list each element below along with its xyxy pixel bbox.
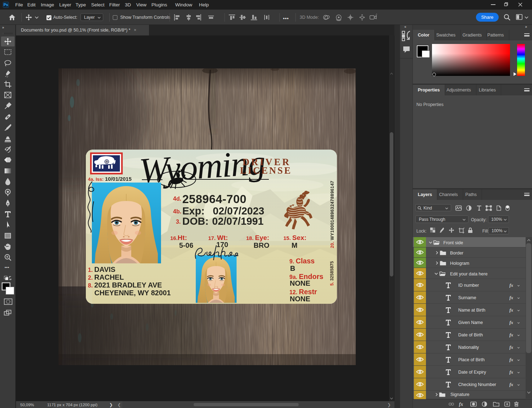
svg-text:LICENSE: LICENSE	[240, 165, 292, 176]
svg-text:fx: fx	[459, 402, 463, 407]
